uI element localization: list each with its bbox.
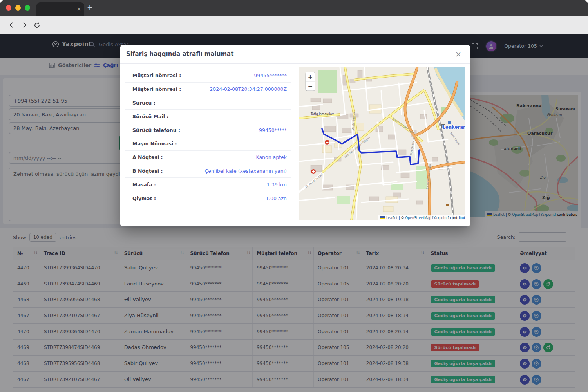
- detail-label: Müştəri nömrəsi :: [132, 72, 181, 78]
- station-icon: [448, 121, 451, 124]
- map-zoom-out[interactable]: −: [308, 83, 313, 90]
- order-detail-row: B Nöqtəsi :Çənlibel kafe (xəstəxananın y…: [125, 164, 291, 178]
- detail-label: A Nöqtəsi :: [132, 154, 163, 160]
- new-tab-button[interactable]: +: [87, 4, 92, 11]
- modal-close-button[interactable]: ×: [453, 49, 464, 59]
- detail-label: Sürücü :: [132, 100, 156, 106]
- page-content: Yaxpoint Gediş Axtar Operator 105 Gö: [0, 34, 588, 392]
- modal-header: Sifariş haqqında ətraflı məlumat ×: [120, 45, 470, 64]
- order-detail-row: Müştəri nömrəsi :99455*******: [125, 69, 291, 83]
- order-details-modal: Sifariş haqqında ətraflı məlumat × Müştə…: [120, 45, 470, 226]
- order-detail-row: Sürücü :: [125, 96, 291, 110]
- detail-value: 99455*******: [254, 72, 287, 78]
- detail-value: 1.39 km: [267, 182, 287, 188]
- order-detail-row: A Nöqtəsi :Kanon aptek: [125, 151, 291, 164]
- detail-value: Kanon aptek: [256, 154, 287, 160]
- order-detail-row: Maşın Nömrəsi :: [125, 137, 291, 151]
- order-detail-row: Sürücü telefonu :99450*****: [125, 123, 291, 137]
- map-marker: [325, 140, 329, 145]
- map-zoom-in[interactable]: +: [308, 74, 313, 81]
- order-details-list: Müştəri nömrəsi :99455*******Müştəri nöm…: [125, 69, 291, 205]
- city-label: Lənkəran: [443, 125, 465, 130]
- browser-window: × + Yaxpoint Gediş Axtar: [0, 0, 588, 392]
- detail-value: 2024-02-08T20:34:27.000000Z: [210, 86, 287, 92]
- map-marker: [311, 169, 316, 174]
- browser-tab[interactable]: ×: [36, 2, 84, 16]
- map-zoom-control: + −: [306, 72, 315, 91]
- browser-titlebar: × +: [0, 0, 588, 16]
- detail-label: Maşın Nömrəsi :: [132, 141, 177, 146]
- browser-toolbar: [0, 16, 588, 34]
- detail-label: Məsafə :: [132, 182, 156, 188]
- order-detail-row: Müştəri nömrəsi :2024-02-08T20:34:27.000…: [125, 83, 291, 96]
- osm-link[interactable]: OpenStreetMap [Yaxpoint]: [405, 216, 449, 220]
- detail-label: B Nöqtəsi :: [132, 168, 163, 174]
- traffic-light-close-icon[interactable]: [6, 5, 11, 11]
- map-attribution: Leaflet | © OpenStreetMap [Yaxpoint] con…: [386, 216, 465, 220]
- order-detail-row: Məsafə :1.39 km: [125, 178, 291, 191]
- detail-label: Sürücü Mail :: [132, 114, 168, 119]
- order-detail-row: Sürücü Mail :: [125, 110, 291, 123]
- modal-map[interactable]: Tofiq İsmayılov Zərifə Əliyeva Həzi Zeyn…: [299, 67, 465, 220]
- modal-title: Sifariş haqqında ətraflı məlumat: [126, 51, 233, 58]
- detail-label: Müştəri nömrəsi :: [132, 86, 181, 92]
- detail-value: 1.00 azn: [266, 195, 287, 201]
- leaflet-link[interactable]: Leaflet: [386, 216, 398, 220]
- order-detail-row: Qiymət :1.00 azn: [125, 191, 291, 205]
- poi-icon: [446, 204, 449, 206]
- tab-close-icon[interactable]: ×: [77, 6, 81, 12]
- reload-button[interactable]: [31, 19, 43, 31]
- street-label: Tofiq İsmayılov: [310, 112, 334, 116]
- detail-value: 99450*****: [259, 127, 287, 133]
- detail-label: Sürücü telefonu :: [132, 127, 180, 133]
- back-button[interactable]: [5, 19, 17, 31]
- traffic-light-maximize-icon[interactable]: [25, 5, 30, 11]
- detail-label: Qiymət :: [132, 195, 156, 201]
- traffic-light-minimize-icon[interactable]: [15, 5, 21, 11]
- forward-button[interactable]: [19, 19, 31, 31]
- detail-value: Çənlibel kafe (xəstəxananın yanı): [205, 168, 287, 174]
